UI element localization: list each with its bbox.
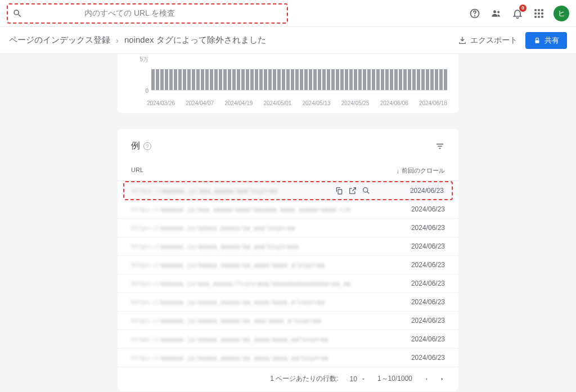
apps-icon[interactable]	[532, 7, 546, 20]
bar	[295, 69, 299, 90]
bar	[250, 69, 254, 90]
date-cell: 2024/06/23	[383, 261, 445, 269]
rows-per-page-select[interactable]: 10	[350, 375, 366, 383]
prev-page-button[interactable]	[424, 376, 429, 382]
col-header-last-crawl[interactable]: ↓ 前回のクロール	[383, 166, 445, 175]
people-icon[interactable]	[489, 7, 503, 20]
bar	[304, 69, 308, 90]
table-row[interactable]: https://▮▮▮▮▮▮.jp/▮▮▮▮▮_▮▮▮▮▮/▮▮_▮▮▮▮/▮▮…	[118, 349, 458, 367]
bar	[151, 69, 155, 90]
url-cell: https://▮▮▮▮▮▮.jp/▮▮▮▮▮_▮▮▮▮▮/▮▮_▮▮▮/▮▮▮…	[131, 317, 383, 325]
bar	[192, 69, 195, 90]
copy-icon[interactable]	[335, 186, 344, 195]
col-header-url[interactable]: URL	[131, 166, 383, 175]
bar	[241, 69, 245, 90]
bar	[444, 69, 447, 90]
table-row[interactable]: https://▮▮▮▮▮▮.jp/▮▮▮▮▮_▮▮▮▮▮/▮▮_▮▮▮?pag…	[118, 219, 458, 237]
svg-point-2	[493, 10, 496, 13]
table-row[interactable]: https://▮▮▮▮▮▮.jp/▮▮▮▮▮_▮▮▮▮▮/▮▮_▮▮▮?pag…	[118, 237, 458, 256]
top-bar: 内のすべての URL を検査 0 ヒ	[0, 0, 576, 27]
bar	[228, 69, 231, 90]
x-axis-labels: 2024/03/262024/04/072024/04/192024/05/01…	[147, 100, 447, 106]
bar	[331, 69, 335, 90]
url-cell: https://▮▮▮▮▮▮.jp/▮▮▮_▮▮▮▮▮/?type=▮▮▮?▮▮…	[131, 280, 383, 287]
bar	[426, 69, 429, 90]
help-icon[interactable]	[468, 7, 482, 20]
date-cell: 2024/06/23	[383, 317, 445, 325]
bar	[201, 69, 204, 90]
bar	[169, 69, 173, 90]
bar	[435, 69, 438, 90]
bar	[381, 69, 384, 90]
table-row[interactable]: https://▮▮▮▮▮▮.jp/▮▮▮_▮▮▮▮▮/?type=▮▮▮?▮▮…	[118, 274, 458, 293]
bar	[412, 69, 416, 90]
help-small-icon[interactable]: ?	[143, 142, 151, 150]
svg-point-3	[497, 11, 500, 13]
svg-rect-8	[338, 190, 342, 194]
table-row[interactable]: https://▮▮▮▮▮▮.jp/▮▮▮_▮▮▮▮▮/▮▮▮▮?▮▮▮▮▮▮_…	[118, 200, 458, 219]
bar	[313, 69, 317, 90]
inspect-icon[interactable]	[362, 186, 371, 195]
bar	[214, 69, 218, 90]
date-cell: 2024/06/23	[383, 224, 445, 232]
url-cell: https://▮▮▮▮▮▮.jp/▮▮▮▮▮_▮▮▮▮▮/▮▮_▮▮▮?pag…	[131, 224, 383, 232]
svg-point-1	[475, 15, 475, 16]
svg-rect-4	[536, 40, 539, 43]
bar	[354, 69, 357, 90]
breadcrumb: ページのインデックス登録 › noindex タグによって除外されました	[9, 35, 266, 46]
bar	[349, 69, 353, 90]
export-button[interactable]: エクスポート	[458, 35, 518, 46]
bar	[363, 69, 366, 90]
download-icon	[458, 36, 467, 45]
next-page-button[interactable]	[439, 376, 445, 382]
examples-table-section: 例 ? URL ↓ 前回のクロール https://▮▮▮▮▮▮.jp/▮▮▮_…	[118, 129, 458, 391]
bar	[336, 69, 339, 90]
bar	[183, 69, 186, 90]
bar	[156, 69, 159, 90]
notifications-icon[interactable]: 0	[511, 7, 524, 20]
table-row[interactable]: https://▮▮▮▮▮▮.jp/▮▮▮▮▮_▮▮▮▮▮/▮▮_▮▮▮/▮▮▮…	[118, 312, 458, 330]
table-title-text: 例	[131, 140, 140, 152]
bar	[322, 69, 326, 90]
bar	[255, 69, 258, 90]
date-cell: 2024/06/23	[383, 242, 445, 250]
bar	[372, 69, 375, 90]
url-cell: https://▮▮▮▮▮▮.jp/▮▮▮▮▮_▮▮▮▮▮/▮▮_▮▮▮?pag…	[131, 243, 383, 250]
table-row[interactable]: https://▮▮▮▮▮▮.jp/▮▮▮▮▮_▮▮▮▮▮/▮▮_▮▮▮▮/▮▮…	[118, 256, 458, 274]
url-cell: https://▮▮▮▮▮▮.jp/▮▮▮▮▮_▮▮▮▮▮/▮▮_▮▮▮▮/▮▮…	[131, 336, 383, 343]
bar	[421, 69, 425, 90]
table-row[interactable]: https://▮▮▮▮▮▮.jp/▮▮▮▮▮_▮▮▮▮▮/▮▮_▮▮▮▮/▮▮…	[118, 293, 458, 312]
bar	[205, 69, 209, 90]
top-actions: 0 ヒ	[468, 6, 569, 21]
avatar[interactable]: ヒ	[554, 6, 569, 21]
bar	[187, 69, 191, 90]
table-row[interactable]: https://▮▮▮▮▮▮.jp/▮▮▮▮▮_▮▮▮▮▮/▮▮_▮▮▮▮/▮▮…	[118, 330, 458, 349]
table-row[interactable]: https://▮▮▮▮▮▮.jp/▮▮▮_▮▮▮▮▮/▮▮▮?page=▮▮2…	[123, 181, 453, 200]
open-icon[interactable]	[348, 186, 357, 195]
url-inspect-search[interactable]: 内のすべての URL を検査	[7, 3, 288, 24]
bar	[300, 69, 303, 90]
bar	[376, 69, 380, 90]
bar	[399, 69, 402, 90]
breadcrumb-item-0[interactable]: ページのインデックス登録	[9, 35, 110, 46]
share-button[interactable]: 共有	[525, 32, 567, 49]
url-cell: https://▮▮▮▮▮▮.jp/▮▮▮▮▮_▮▮▮▮▮/▮▮_▮▮▮▮/▮▮…	[131, 354, 383, 362]
bar	[345, 69, 348, 90]
breadcrumb-bar: ページのインデックス登録 › noindex タグによって除外されました エクス…	[0, 27, 576, 54]
filter-icon[interactable]	[435, 141, 445, 151]
bar	[219, 69, 222, 90]
breadcrumb-item-1[interactable]: noindex タグによって除外されました	[124, 35, 266, 46]
page-nav	[424, 376, 445, 382]
bar	[367, 69, 371, 90]
bar	[417, 69, 420, 90]
share-label: 共有	[544, 35, 559, 46]
svg-rect-5	[436, 143, 443, 145]
bar	[264, 69, 267, 90]
bar	[178, 69, 182, 90]
bar	[223, 69, 227, 90]
content: 5万 0 2024/03/262024/04/072024/04/192024/…	[0, 54, 576, 391]
url-cell: https://▮▮▮▮▮▮.jp/▮▮▮_▮▮▮▮▮/▮▮▮?page=▮▮	[132, 187, 335, 195]
chevron-down-icon	[361, 376, 366, 382]
bar	[210, 69, 213, 90]
row-actions	[335, 186, 371, 195]
